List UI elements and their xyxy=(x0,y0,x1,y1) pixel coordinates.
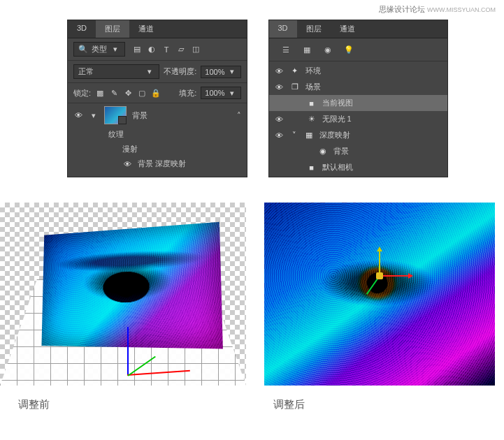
blend-row: 正常 ▾ 不透明度: 100% ▾ xyxy=(68,61,247,83)
gizmo-x-axis[interactable] xyxy=(380,275,412,277)
watermark-text: 思缘设计论坛 xyxy=(379,5,425,13)
lock-row: 锁定: ▩ ✎ ✥ ▢ 🔒 填充: 100% ▾ xyxy=(68,83,247,103)
eye-icon[interactable]: 👁 xyxy=(122,160,132,168)
blend-mode-select[interactable]: 正常 ▾ xyxy=(73,64,159,79)
tab-channels[interactable]: 通道 xyxy=(129,20,163,38)
layer-name: 背景 xyxy=(132,110,147,121)
blend-mode-value: 正常 xyxy=(78,66,94,77)
scene-icon: ❐ xyxy=(290,82,300,91)
material-filter-icon[interactable]: ◉ xyxy=(321,43,335,56)
lock-brush-icon[interactable]: ✎ xyxy=(109,88,119,98)
image-row xyxy=(0,177,504,386)
adjust-filter-icon[interactable]: ◐ xyxy=(147,45,157,54)
smart-filter-icon[interactable]: ◫ xyxy=(191,45,201,54)
row-scene[interactable]: 👁 ❐ 场景 xyxy=(269,79,448,95)
image-filter-icon[interactable]: ▤ xyxy=(132,45,142,54)
sublayer-depth[interactable]: 👁 背景 深度映射 xyxy=(68,156,247,171)
3d-filter-toolbar: ☰ ▦ ◉ 💡 xyxy=(269,38,448,61)
camera-icon: ■ xyxy=(307,163,317,172)
caption-before: 调整前 xyxy=(18,398,50,411)
row-current-view[interactable]: ■ 当前视图 xyxy=(269,95,448,111)
row-default-camera[interactable]: ■ 默认相机 xyxy=(269,159,448,175)
opacity-value[interactable]: 100% ▾ xyxy=(201,66,240,78)
environment-icon: ✦ xyxy=(290,66,300,75)
mesh-icon: ▦ xyxy=(304,131,314,140)
panel-row: 3D 图层 通道 🔍 类型 ▾ ▤ ◐ T ▱ ◫ 正常 ▾ 不透明度: xyxy=(0,0,504,177)
type-filter-icon[interactable]: T xyxy=(161,45,171,54)
lock-all-icon[interactable]: 🔒 xyxy=(151,88,161,98)
gizmo-y-axis[interactable] xyxy=(379,248,380,273)
gizmo-center[interactable] xyxy=(376,272,383,279)
chevron-down-icon: ▾ xyxy=(145,67,154,77)
camera-icon: ■ xyxy=(307,99,317,108)
3d-scene-list: 👁 ✦ 环境 👁 ❐ 场景 ■ 当前视图 👁 ☀ 无限光 1 xyxy=(269,61,448,177)
fill-label: 填充: xyxy=(179,88,196,98)
shape-filter-icon[interactable]: ▱ xyxy=(176,45,186,54)
layers-panel: 3D 图层 通道 🔍 类型 ▾ ▤ ◐ T ▱ ◫ 正常 ▾ 不透明度: xyxy=(67,20,247,177)
after-image xyxy=(264,203,495,386)
layers-panel-tabs: 3D 图层 通道 xyxy=(68,20,247,38)
tab-3d[interactable]: 3D xyxy=(269,20,297,38)
tab-channels[interactable]: 通道 xyxy=(331,20,364,38)
3d-mesh-eye-close xyxy=(264,203,495,386)
3d-panel: 3D 图层 通道 ☰ ▦ ◉ 💡 👁 ✦ 环境 👁 ❐ 场景 ■ xyxy=(268,20,449,177)
watermark: 思缘设计论坛 WWW.MISSYUAN.COM xyxy=(379,4,496,15)
filter-label: 类型 xyxy=(92,44,107,54)
axis-y xyxy=(127,327,129,376)
disclosure-icon[interactable]: ˅ xyxy=(290,131,298,140)
caption-after: 调整后 xyxy=(273,398,305,411)
eye-icon[interactable]: 👁 xyxy=(73,111,83,119)
watermark-site: WWW.MISSYUAN.COM xyxy=(427,6,496,13)
search-icon: 🔍 xyxy=(78,45,88,54)
eye-icon[interactable]: 👁 xyxy=(275,115,285,124)
row-depth-map[interactable]: 👁 ˅ ▦ 深度映射 xyxy=(269,127,448,143)
light-icon: ☀ xyxy=(307,115,317,124)
captions-row: 调整前 调整后 xyxy=(0,386,504,411)
before-image xyxy=(0,203,246,386)
lock-pixels-icon[interactable]: ▩ xyxy=(95,88,105,98)
tab-3d[interactable]: 3D xyxy=(68,20,96,38)
layer-row-background[interactable]: 👁 ▾ 背景 ˄ xyxy=(68,103,247,127)
sublayer-diffuse[interactable]: 漫射 xyxy=(68,142,247,156)
row-environment[interactable]: 👁 ✦ 环境 xyxy=(269,63,448,79)
eye-icon[interactable]: 👁 xyxy=(275,67,285,75)
layers-body: 👁 ▾ 背景 ˄ 纹理 漫射 👁 背景 深度映射 xyxy=(68,103,247,171)
sublayer-texture[interactable]: 纹理 xyxy=(68,127,247,142)
3d-panel-tabs: 3D 图层 通道 xyxy=(269,20,448,38)
filter-icons: ▤ ◐ T ▱ ◫ xyxy=(132,45,201,54)
mesh-filter-icon[interactable]: ▦ xyxy=(300,43,314,56)
eye-icon[interactable]: 👁 xyxy=(275,131,285,140)
light-filter-icon[interactable]: 💡 xyxy=(342,43,356,56)
3d-mesh-eye xyxy=(41,222,222,349)
chevron-down-icon[interactable]: ▾ xyxy=(89,110,99,120)
material-icon: ◉ xyxy=(318,147,328,156)
layer-filter-row: 🔍 类型 ▾ ▤ ◐ T ▱ ◫ xyxy=(68,38,247,61)
opacity-label: 不透明度: xyxy=(164,66,196,77)
chevron-down-icon: ▾ xyxy=(227,88,237,98)
chevron-down-icon: ▾ xyxy=(227,67,237,77)
layer-thumbnail[interactable] xyxy=(104,106,127,124)
tab-layers[interactable]: 图层 xyxy=(96,20,129,38)
tab-layers[interactable]: 图层 xyxy=(297,20,331,38)
row-background-mat[interactable]: ◉ 背景 xyxy=(269,143,448,159)
lock-move-icon[interactable]: ✥ xyxy=(123,88,133,98)
chevron-down-icon: ▾ xyxy=(110,45,120,54)
chevron-up-icon[interactable]: ˄ xyxy=(237,111,241,120)
fill-value[interactable]: 100% ▾ xyxy=(201,87,240,99)
scene-filter-icon[interactable]: ☰ xyxy=(279,43,293,56)
filter-type-select[interactable]: 🔍 类型 ▾ xyxy=(73,42,125,57)
lock-artboard-icon[interactable]: ▢ xyxy=(137,88,147,98)
eye-icon[interactable]: 👁 xyxy=(275,83,285,91)
lock-label: 锁定: xyxy=(73,88,91,98)
row-infinite-light[interactable]: 👁 ☀ 无限光 1 xyxy=(269,111,448,127)
